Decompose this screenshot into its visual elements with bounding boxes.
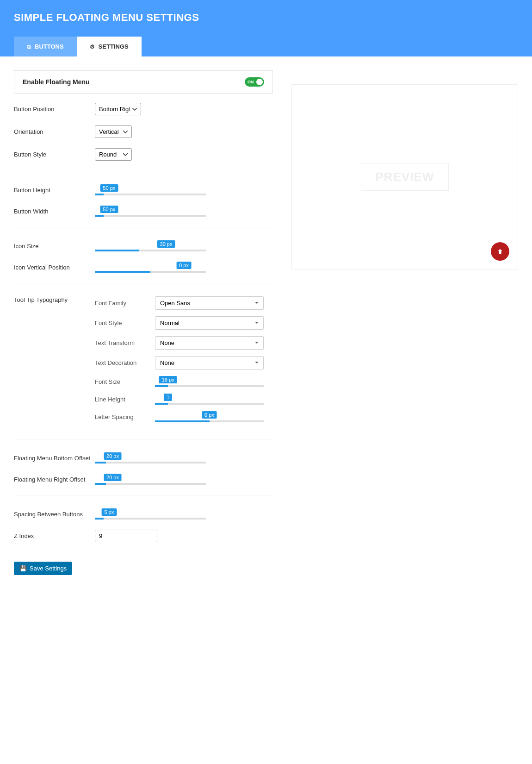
tabs: ⧉ BUTTONS ⚙ SETTINGS [14,37,518,56]
zindex-label: Z Index [14,532,95,539]
font-style-label: Font Style [95,319,155,326]
icon-vpos-label: Icon Vertical Position [14,264,95,271]
font-size-slider[interactable]: 16 px [155,376,264,387]
right-offset-slider[interactable]: 20 px [95,474,273,485]
icon-vpos-slider[interactable]: 0 px [95,262,273,273]
button-height-slider[interactable]: 50 px [95,184,273,195]
slider-value: 30 px [157,240,175,248]
divider [14,227,273,227]
letter-spacing-slider[interactable]: 0 px [155,411,264,422]
button-width-slider[interactable]: 50 px [95,206,273,217]
slider-value: 50 px [100,184,118,192]
button-style-select[interactable]: Round [95,148,132,161]
font-family-select[interactable]: Open Sans [155,296,264,310]
font-family-label: Font Family [95,300,155,307]
tab-label: SETTINGS [99,43,129,50]
text-transform-label: Text Transform [95,339,155,346]
slider-value: 20 px [104,474,122,481]
icon-size-slider[interactable]: 30 px [95,240,273,251]
right-offset-label: Floating Menu Right Offset [14,476,95,483]
save-label: Save Settings [30,565,67,572]
text-decoration-select[interactable]: None [155,356,264,369]
page-title: SIMPLE FLOATING MENU SETTINGS [14,12,518,24]
enable-toggle[interactable]: ON [245,77,264,87]
spacing-slider[interactable]: 5 px [95,508,273,520]
tab-buttons[interactable]: ⧉ BUTTONS [14,37,77,56]
icon-size-label: Icon Size [14,243,95,250]
button-position-label: Button Position [14,106,95,113]
gear-icon: ⚙ [90,44,95,50]
slider-value: 0 px [176,262,192,269]
toggle-knob [256,79,263,85]
preview-inner: PREVIEW [361,163,449,191]
preview-label: PREVIEW [376,170,434,184]
slider-value: 50 px [100,206,118,213]
font-size-label: Font Size [95,378,155,385]
preview-panel: PREVIEW [291,84,518,269]
slider-value: 20 px [104,452,122,460]
save-settings-button[interactable]: 💾 Save Settings [14,562,72,575]
divider [14,439,273,439]
orientation-label: Orientation [14,128,95,135]
slider-value: 0 px [202,411,217,419]
tooltip-typography-label: Tool Tip Typography [14,296,95,303]
text-decoration-label: Text Decoration [95,359,155,366]
divider [14,283,273,283]
save-icon: 💾 [19,565,27,572]
floating-button[interactable] [491,242,509,261]
tab-label: BUTTONS [35,43,64,50]
spacing-label: Spacing Between Buttons [14,511,95,518]
button-style-label: Button Style [14,151,95,158]
zindex-input[interactable] [95,530,157,542]
button-height-label: Button Height [14,187,95,194]
orientation-select[interactable]: Vertical [95,125,132,138]
divider [14,171,273,171]
copy-icon: ⧉ [27,44,31,50]
line-height-label: Line Height [95,396,155,403]
tab-settings[interactable]: ⚙ SETTINGS [77,37,142,56]
slider-value: 16 px [159,376,177,383]
slider-value: 1 [164,394,172,401]
bottom-offset-slider[interactable]: 20 px [95,452,273,463]
button-position-select[interactable]: Bottom Right [95,103,141,115]
font-style-select[interactable]: Normal [155,316,264,330]
text-transform-select[interactable]: None [155,336,264,350]
enable-label: Enable Floating Menu [23,78,90,86]
letter-spacing-label: Letter Spacing [95,413,155,420]
slider-value: 5 px [101,508,117,516]
divider [14,495,273,495]
bottom-offset-label: Floating Menu Bottom Offset [14,455,95,462]
toggle-text: ON [245,80,254,84]
line-height-slider[interactable]: 1 [155,394,264,405]
enable-floating-menu-row: Enable Floating Menu ON [14,70,273,94]
button-width-label: Button Width [14,208,95,215]
arrow-up-icon [496,248,504,255]
